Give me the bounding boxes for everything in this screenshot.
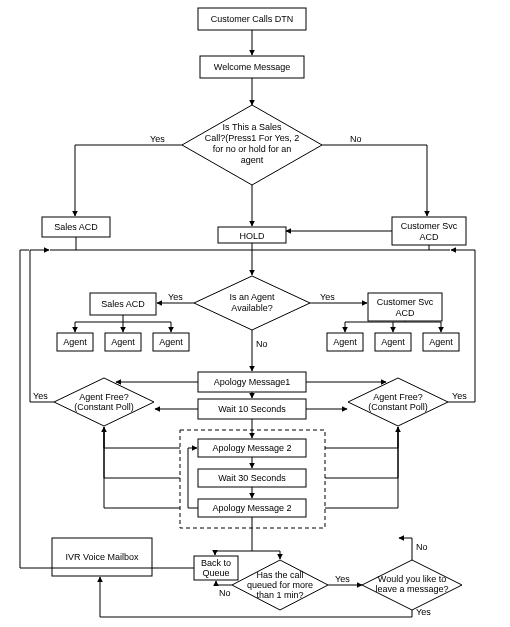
svg-text:Sales ACD: Sales ACD — [101, 299, 145, 309]
svg-text:Customer Svc: Customer Svc — [401, 221, 458, 231]
svg-text:than 1 min?: than 1 min? — [256, 590, 303, 600]
svg-text:Yes: Yes — [150, 134, 165, 144]
svg-text:queued for more: queued for more — [247, 580, 313, 590]
svg-text:Has the call: Has the call — [256, 570, 303, 580]
svg-text:ACD: ACD — [395, 308, 415, 318]
svg-text:Sales ACD: Sales ACD — [54, 222, 98, 232]
svg-text:Agent: Agent — [111, 337, 135, 347]
svg-text:Customer Svc: Customer Svc — [377, 297, 434, 307]
svg-text:Agent: Agent — [333, 337, 357, 347]
svg-text:Apology Message1: Apology Message1 — [214, 377, 291, 387]
svg-text:for no or hold for an: for no or hold for an — [213, 144, 292, 154]
svg-text:No: No — [219, 588, 231, 598]
svg-text:Is This a Sales: Is This a Sales — [223, 122, 282, 132]
svg-text:Yes: Yes — [168, 292, 183, 302]
svg-text:Agent: Agent — [429, 337, 453, 347]
svg-text:Would you like to: Would you like to — [378, 574, 446, 584]
svg-text:(Constant Poll): (Constant Poll) — [74, 402, 134, 412]
svg-text:Yes: Yes — [452, 391, 467, 401]
svg-text:Yes: Yes — [335, 574, 350, 584]
svg-text:Agent Free?: Agent Free? — [79, 392, 129, 402]
svg-text:Agent: Agent — [159, 337, 183, 347]
svg-text:No: No — [416, 542, 428, 552]
svg-text:Call?(Press1 For Yes, 2: Call?(Press1 For Yes, 2 — [205, 133, 300, 143]
node-start-label: Customer Calls DTN — [211, 14, 294, 24]
svg-text:Is an Agent: Is an Agent — [229, 292, 275, 302]
svg-text:Wait 30 Seconds: Wait 30 Seconds — [218, 473, 286, 483]
svg-text:Available?: Available? — [231, 303, 272, 313]
svg-text:Agent Free?: Agent Free? — [373, 392, 423, 402]
svg-text:Wait 10 Seconds: Wait 10 Seconds — [218, 404, 286, 414]
flowchart: Customer Calls DTN Welcome Message Is Th… — [0, 0, 510, 627]
svg-text:ACD: ACD — [419, 232, 439, 242]
svg-text:Yes: Yes — [33, 391, 48, 401]
svg-text:Agent: Agent — [63, 337, 87, 347]
svg-text:Apology Message 2: Apology Message 2 — [212, 503, 291, 513]
svg-text:Apology Message 2: Apology Message 2 — [212, 443, 291, 453]
svg-text:Back to: Back to — [201, 558, 231, 568]
svg-text:(Constant Poll): (Constant Poll) — [368, 402, 428, 412]
svg-text:leave a message?: leave a message? — [375, 584, 448, 594]
svg-text:No: No — [256, 339, 268, 349]
svg-text:Agent: Agent — [381, 337, 405, 347]
svg-text:IVR Voice Mailbox: IVR Voice Mailbox — [65, 552, 139, 562]
svg-text:No: No — [350, 134, 362, 144]
svg-text:Queue: Queue — [202, 568, 229, 578]
svg-text:Yes: Yes — [416, 607, 431, 617]
node-welcome-label: Welcome Message — [214, 62, 290, 72]
svg-text:HOLD: HOLD — [239, 231, 265, 241]
svg-text:agent: agent — [241, 155, 264, 165]
svg-text:Yes: Yes — [320, 292, 335, 302]
